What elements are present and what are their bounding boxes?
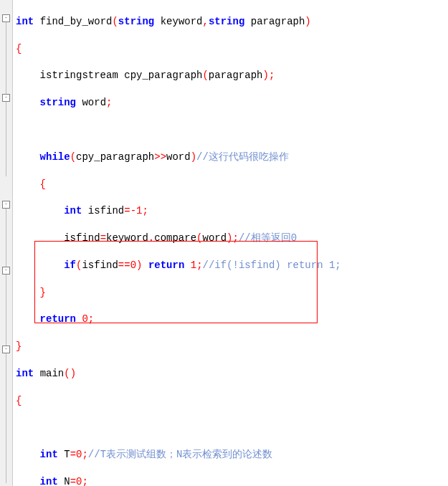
code-line: while(cpy_paragraph>>word)//这行代码很吃操作 bbox=[16, 151, 448, 164]
code-line: { bbox=[16, 178, 448, 191]
code-line: } bbox=[16, 286, 448, 300]
code-line: } bbox=[16, 340, 448, 353]
code-line: { bbox=[16, 394, 448, 408]
code-line: int find_by_word(string keyword,string p… bbox=[16, 15, 448, 29]
code-line: string word; bbox=[16, 96, 448, 110]
code-line: int T=0;//T表示测试组数；N表示检索到的论述数 bbox=[16, 448, 448, 462]
code-line: if(isfind==0) return 1;//if(!isfind) ret… bbox=[16, 259, 448, 272]
code-line: int isfind=-1; bbox=[16, 204, 448, 218]
code-line: { bbox=[16, 42, 448, 56]
fold-toggle[interactable]: - bbox=[2, 201, 10, 209]
fold-toggle[interactable]: - bbox=[2, 346, 10, 353]
code-line: return 0; bbox=[16, 313, 448, 326]
code-line: isfind=keyword.compare(word);//相等返回0 bbox=[16, 232, 448, 245]
fold-gutter: - - - - - bbox=[0, 0, 13, 486]
fold-toggle[interactable]: - bbox=[2, 14, 10, 22]
code-line: istringstream cpy_paragraph(paragraph); bbox=[16, 69, 448, 82]
code-line: int main() bbox=[16, 367, 448, 381]
code-line: int N=0; bbox=[16, 475, 448, 486]
fold-toggle[interactable]: - bbox=[2, 94, 10, 102]
fold-toggle[interactable]: - bbox=[2, 267, 10, 275]
code-editor[interactable]: int find_by_word(string keyword,string p… bbox=[13, 0, 448, 486]
